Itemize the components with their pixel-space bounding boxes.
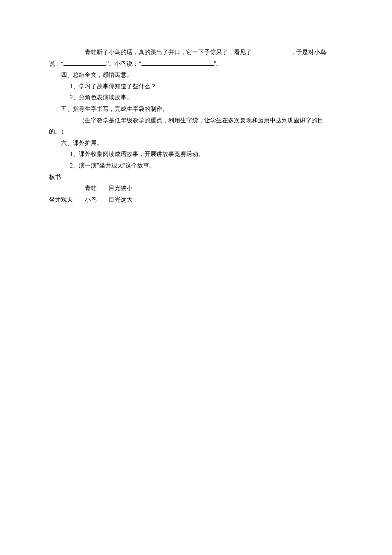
board-row-2-label: 坐井观天 — [49, 194, 85, 206]
blank-3 — [141, 65, 214, 66]
paragraph1-part3-mid: ”。小鸟说：“ — [106, 61, 141, 67]
board-title: 板书 — [49, 172, 343, 183]
section-6-title: 六、课外扩展。 — [49, 138, 343, 149]
paragraph1-part2-suffix: 说：“ — [49, 61, 63, 67]
board-row-2: 坐井观天 小鸟 目光远大 — [49, 194, 343, 206]
section-6-item-2: 2、演一演"坐井观天"这个故事。 — [49, 160, 343, 172]
section-6-item-1: 1、课外收集阅读成语故事，开展讲故事竞赛活动。 — [49, 149, 343, 160]
board-row-1-animal: 青蛙 — [85, 183, 109, 194]
paragraph1-part1: 青蛙听了小鸟的话，真的跳出了井口，它一下子惊呆了，看见了 — [85, 49, 252, 55]
section-5-title: 五、指导生字书写，完成生字袋的制作。 — [49, 104, 343, 115]
paragraph-line-1: 青蛙听了小鸟的话，真的跳出了井口，它一下子惊呆了，看见了，于是对小鸟 — [49, 47, 343, 58]
paragraph1-part2-prefix: ，于是对小鸟 — [290, 49, 326, 55]
board-row-1-desc: 目光狭小 — [109, 183, 343, 194]
board-row-1-label — [49, 183, 85, 194]
paragraph-line-2: 说：“”。小鸟说：“"。 — [49, 58, 343, 70]
blank-2 — [63, 65, 106, 66]
board-row-1: 青蛙 目光狭小 — [49, 183, 343, 194]
section-4-item-2: 2、分角色表演读故事。 — [49, 92, 343, 104]
blank-1 — [252, 54, 290, 54]
board-row-2-animal: 小鸟 — [85, 194, 109, 206]
section-5-note-line-2: 的。） — [49, 126, 343, 138]
section-5-note-line-1: （生字教学是低年级教学的重点，利用生字袋，让学生在多次复现和运用中达到巩固识字的… — [49, 115, 343, 127]
section-4-title: 四、总结全文，感悟寓意。 — [49, 69, 343, 81]
board-row-2-desc: 目光远大 — [109, 194, 343, 206]
paragraph1-part4: "。 — [214, 61, 222, 67]
section-4-item-1: 1、学习了故事你知道了些什么？ — [49, 81, 343, 92]
